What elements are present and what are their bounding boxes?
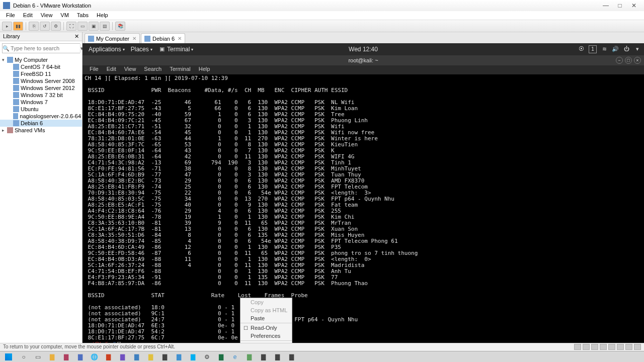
tb-snapshot[interactable]: ⎘	[29, 22, 39, 31]
vm-viewport[interactable]: Applications▾ Places▾ ▣ Terminal▾ Wed 12…	[83, 43, 644, 343]
kterm-menu-view[interactable]: View	[120, 65, 140, 74]
status-cd-icon[interactable]	[583, 344, 590, 350]
tb-fullscreen[interactable]: ⛶	[66, 22, 76, 31]
tb-chrome[interactable]: 🌐	[88, 352, 101, 361]
tree-root[interactable]: ▾My Computer	[0, 56, 82, 63]
toolbar: ▸ ▮▮ ⎘ ↺ ⚙ ⛶ ▭ ▣ ▤ 📚	[0, 20, 644, 32]
tab[interactable]: Debian 6✕	[141, 33, 185, 43]
tb-unity[interactable]: ▭	[77, 22, 88, 31]
tb-suspend[interactable]: ▮▮	[13, 22, 23, 31]
tree-item[interactable]: Windows Server 2012	[0, 84, 82, 92]
terminal-context-menu: CopyCopy as HTMLPaste☐Read-OnlyPreferenc…	[240, 298, 292, 343]
maximize-button[interactable]: □	[613, 2, 627, 9]
tree-shared[interactable]: ▸Shared VMs	[0, 127, 82, 134]
tb-explorer[interactable]: ▇	[45, 352, 58, 361]
minimize-button[interactable]: —	[599, 2, 613, 9]
start-button[interactable]	[1, 352, 16, 361]
terminal-body[interactable]: CH 14 ][ Elapsed: 1 min ][ 2019-07-10 12…	[83, 74, 644, 343]
tb-viber[interactable]: ▇	[116, 352, 129, 361]
tb-taskview[interactable]: ▭	[31, 352, 44, 361]
ctx-copy-as-html: Copy as HTML	[240, 306, 292, 314]
tb-vscode[interactable]: ▇	[73, 352, 87, 361]
tb-app3[interactable]: ▇	[130, 352, 143, 361]
network-icon[interactable]: ≋	[601, 46, 608, 53]
menu-help[interactable]: Help	[93, 11, 112, 20]
tb-skype[interactable]: ▇	[186, 352, 199, 361]
menu-vm[interactable]: VM	[56, 11, 73, 20]
tb-manage[interactable]: ⚙	[51, 22, 61, 31]
tb-app6[interactable]: ▇	[257, 352, 270, 361]
tree-item[interactable]: nagioslogserver-2.0.6-64	[0, 113, 82, 120]
tb-notes[interactable]: ▇	[144, 352, 157, 361]
tb-library[interactable]: 📚	[115, 22, 125, 31]
tb-vmware[interactable]: ▇	[243, 352, 256, 361]
ctx-paste[interactable]: Paste	[240, 314, 292, 322]
kterm-close[interactable]: ×	[634, 57, 641, 64]
menubar: FileEditViewVMTabsHelp	[0, 11, 644, 20]
menu-tabs[interactable]: Tabs	[73, 11, 93, 20]
status-hd-icon[interactable]	[574, 344, 581, 350]
ctx-new-window[interactable]: New Window	[240, 341, 292, 343]
search-input[interactable]	[10, 44, 80, 53]
tree-item[interactable]: FreeBSD 11	[0, 70, 82, 77]
kterm-menu-search[interactable]: Search	[140, 65, 166, 74]
tb-app1[interactable]: ▇	[59, 352, 72, 361]
menu-edit[interactable]: Edit	[19, 11, 37, 20]
status-printer-icon[interactable]	[617, 344, 624, 350]
tb-excel[interactable]: ▇	[214, 352, 227, 361]
kali-applications[interactable]: Applications▾	[86, 46, 128, 53]
tb-app5[interactable]: ▇	[172, 352, 185, 361]
record-icon[interactable]: ⦿	[578, 46, 585, 53]
tb-edge[interactable]: e	[228, 352, 242, 361]
menu-view[interactable]: View	[37, 11, 57, 20]
tb-settings[interactable]: ⚙	[200, 352, 213, 361]
kterm-min[interactable]: −	[616, 57, 623, 64]
tab-close[interactable]: ✕	[132, 36, 136, 41]
tree-item[interactable]: CentOS 7 64-bit	[0, 63, 82, 70]
workspace-indicator[interactable]: 1	[589, 45, 597, 53]
tb-app2[interactable]: ▇	[102, 352, 115, 361]
ctx-preferences[interactable]: Preferences	[240, 332, 292, 340]
kterm-menu-file[interactable]: File	[86, 65, 103, 74]
window-titlebar: Debian 6 - VMware Workstation — □ ✕	[0, 0, 644, 11]
kali-clock[interactable]: Wed 12:40	[349, 46, 378, 53]
tree-item[interactable]: Windows 7 32 bit	[0, 92, 82, 99]
status-sound-icon[interactable]	[608, 344, 615, 350]
tab-close[interactable]: ✕	[178, 36, 182, 41]
tb-revert[interactable]: ↺	[40, 22, 50, 31]
status-usb-icon[interactable]	[600, 344, 607, 350]
volume-icon[interactable]: 🔊	[612, 46, 619, 53]
kali-places[interactable]: Places▾	[128, 46, 155, 53]
tb-view2[interactable]: ▤	[100, 22, 110, 31]
status-net-icon[interactable]	[591, 344, 598, 350]
terminal-icon: ▣	[158, 46, 166, 53]
kali-term-title: root@kali: ~	[348, 57, 378, 63]
sidebar-search[interactable]: 🔍 ▾	[2, 43, 80, 53]
status-msg-icon[interactable]	[634, 344, 641, 350]
tree-item[interactable]: Debian 6	[0, 120, 82, 127]
tb-app8[interactable]: ▇	[285, 352, 298, 361]
tab[interactable]: My Computer✕	[85, 33, 140, 43]
chevron-down-icon[interactable]: ▾	[634, 46, 641, 53]
tree-item[interactable]: Ubuntu	[0, 106, 82, 113]
power-icon[interactable]: ⏻	[623, 46, 630, 53]
sidebar-close[interactable]: ✕	[74, 33, 79, 40]
tb-app7[interactable]: ▇	[271, 352, 284, 361]
kterm-menu-terminal[interactable]: Terminal	[166, 65, 195, 74]
tree-item[interactable]: Windows Server 2008	[0, 77, 82, 84]
tb-search[interactable]: ○	[17, 352, 30, 361]
status-display-icon[interactable]	[625, 344, 632, 350]
tb-power[interactable]: ▸	[2, 22, 12, 31]
kterm-menu-edit[interactable]: Edit	[103, 65, 120, 74]
kterm-menu-help[interactable]: Help	[195, 65, 214, 74]
vm-tabs: My Computer✕Debian 6✕	[83, 32, 644, 43]
tb-app4[interactable]: ▇	[158, 352, 171, 361]
tree-item[interactable]: Windows 7	[0, 99, 82, 106]
tb-view1[interactable]: ▣	[89, 22, 99, 31]
kali-terminal-launcher[interactable]: ▣ Terminal▾	[155, 46, 197, 53]
kterm-max[interactable]: □	[625, 57, 632, 64]
ctx-read-only[interactable]: ☐Read-Only	[240, 324, 292, 332]
close-button[interactable]: ✕	[627, 2, 641, 9]
sidebar-header: Library ✕	[0, 32, 82, 41]
menu-file[interactable]: File	[2, 11, 19, 20]
